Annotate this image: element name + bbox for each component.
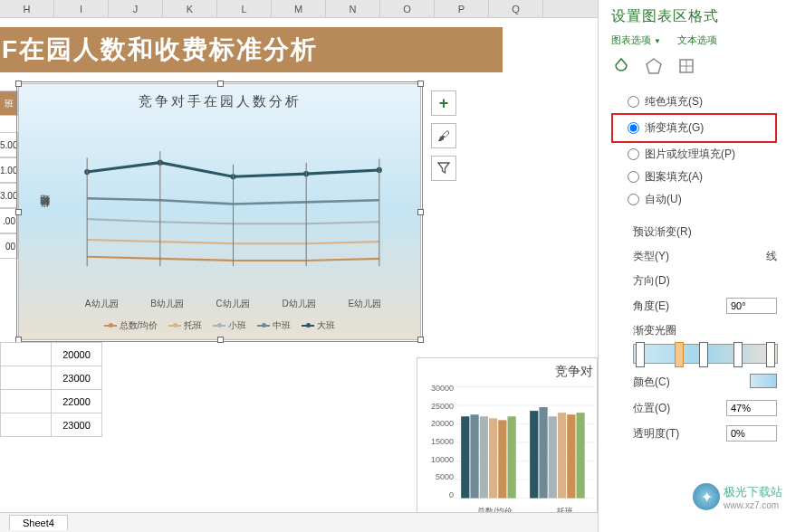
chart-legend[interactable]: 总数/均价 托班 小班 中班 大班 (19, 319, 420, 332)
left-cell: 00 (0, 233, 18, 259)
col-n[interactable]: N (326, 0, 380, 17)
chart-plot-area[interactable] (69, 125, 398, 285)
gradient-stop[interactable] (733, 342, 743, 367)
resize-handle[interactable] (417, 337, 424, 343)
sheet-tab[interactable]: Sheet4 (9, 515, 68, 530)
svg-rect-28 (576, 413, 584, 498)
svg-rect-24 (539, 407, 547, 499)
gradient-color-field[interactable]: 颜色(C) (611, 369, 777, 395)
left-partial-table: 班 5.00 1.00 3.00 .00 00 (0, 90, 18, 259)
col-i[interactable]: I (54, 0, 109, 17)
left-cell: 3.00 (0, 183, 18, 208)
pane-tab-icons (611, 56, 777, 76)
x-axis-labels: A幼儿园 B幼儿园 C幼儿园 D幼儿园 E幼儿园 (69, 298, 398, 310)
col-p[interactable]: P (435, 0, 489, 17)
gradient-stops-slider[interactable] (633, 344, 778, 364)
mini-bar-chart[interactable]: 竞争对 300002500020000150001000050000 总数/均价… (417, 357, 598, 520)
gradient-stops-label: 渐变光圈 (611, 318, 777, 338)
gradient-stop[interactable] (699, 342, 708, 367)
svg-rect-20 (489, 418, 497, 498)
size-properties-icon[interactable] (676, 56, 696, 76)
legend-item[interactable]: 大班 (302, 319, 335, 332)
bottom-table[interactable]: 20000 23000 22000 23000 (0, 342, 102, 437)
fill-line-icon[interactable] (611, 56, 631, 76)
svg-rect-19 (480, 416, 488, 498)
svg-rect-22 (507, 416, 515, 498)
type-value: 线 (766, 249, 777, 264)
resize-handle[interactable] (15, 81, 22, 87)
legend-item[interactable]: 托班 (168, 319, 202, 332)
fill-solid-radio[interactable]: 纯色填充(S) (611, 90, 777, 113)
x-tick: A幼儿园 (85, 298, 119, 310)
fill-gradient-highlight: 渐变填充(G) (611, 113, 777, 143)
effects-icon[interactable] (644, 56, 664, 76)
chart-filter-button[interactable] (431, 156, 456, 181)
main-chart[interactable]: 竞争对手在园人数分析 坐标轴标题 A幼儿园 B幼儿园 C幼儿园 D幼儿园 E幼儿… (18, 83, 421, 340)
col-j[interactable]: J (109, 0, 163, 17)
gradient-position-field: 位置(O) (611, 395, 777, 421)
legend-item[interactable]: 中班 (257, 319, 291, 332)
watermark: ✦ 极光下载站 www.xz7.com (693, 483, 782, 510)
left-cell: 1.00 (0, 157, 18, 183)
bar-chart-svg (455, 385, 595, 499)
svg-rect-27 (567, 414, 575, 498)
resize-handle[interactable] (417, 81, 424, 87)
table-cell[interactable]: 23000 (52, 413, 102, 437)
chart-side-buttons: + 🖌 (431, 90, 456, 181)
watermark-url: www.xz7.com (724, 500, 782, 510)
svg-rect-18 (470, 414, 478, 498)
resize-handle[interactable] (217, 81, 224, 87)
fill-auto-radio[interactable]: 自动(U) (611, 188, 777, 211)
gradient-direction-field[interactable]: 方向(D) (611, 269, 777, 293)
gradient-angle-field: 角度(E) (611, 293, 777, 318)
angle-input[interactable] (726, 298, 777, 314)
line-chart-svg (69, 125, 398, 285)
gradient-stop[interactable] (766, 342, 775, 367)
preset-gradient-field[interactable]: 预设渐变(R) (611, 220, 777, 244)
legend-item[interactable]: 小班 (213, 319, 246, 332)
transparency-input[interactable] (726, 425, 777, 442)
svg-rect-25 (549, 416, 557, 498)
svg-marker-29 (647, 59, 661, 73)
gradient-type-field[interactable]: 类型(Y) 线 (611, 244, 777, 269)
fill-gradient-radio[interactable]: 渐变填充(G) (628, 117, 773, 139)
col-l[interactable]: L (217, 0, 272, 17)
plus-icon: + (439, 94, 449, 113)
pane-title: 设置图表区格式 (611, 7, 777, 26)
chart-options-link[interactable]: 图表选项 ▼ (611, 33, 661, 47)
x-tick: B幼儿园 (150, 298, 184, 310)
table-cell[interactable]: 23000 (52, 366, 102, 390)
text-options-link[interactable]: 文本选项 (677, 33, 717, 47)
svg-rect-21 (498, 420, 506, 498)
legend-item[interactable]: 总数/均价 (104, 319, 158, 332)
svg-rect-17 (461, 416, 469, 498)
y-axis-label[interactable]: 坐标轴标题 (38, 212, 52, 216)
resize-handle[interactable] (417, 209, 424, 215)
x-tick: E幼儿园 (348, 298, 381, 310)
chevron-down-icon: ▼ (654, 37, 661, 45)
color-swatch[interactable] (750, 374, 777, 388)
resize-handle[interactable] (217, 337, 224, 343)
resize-handle[interactable] (15, 209, 22, 215)
col-o[interactable]: O (380, 0, 435, 17)
mini-chart-title: 竞争对 (417, 358, 597, 385)
watermark-logo-icon: ✦ (693, 483, 720, 510)
col-q[interactable]: Q (489, 0, 543, 17)
chart-styles-button[interactable]: 🖌 (431, 123, 456, 148)
gradient-stop[interactable] (675, 342, 684, 367)
fill-picture-radio[interactable]: 图片或纹理填充(P) (611, 143, 777, 166)
watermark-text: 极光下载站 (724, 485, 782, 499)
chart-elements-button[interactable]: + (431, 90, 456, 116)
col-k[interactable]: K (163, 0, 217, 17)
left-cell: 5.00 (0, 132, 18, 157)
svg-rect-26 (558, 413, 566, 498)
fill-pattern-radio[interactable]: 图案填充(A) (611, 166, 777, 188)
chart-title[interactable]: 竞争对手在园人数分析 (19, 84, 420, 119)
position-input[interactable] (726, 400, 777, 416)
pane-subtitle: 图表选项 ▼ 文本选项 (611, 33, 777, 47)
col-h[interactable]: H (0, 0, 54, 17)
table-cell[interactable]: 20000 (52, 343, 102, 366)
table-cell[interactable]: 22000 (52, 390, 102, 413)
col-m[interactable]: M (272, 0, 326, 17)
gradient-stop[interactable] (636, 342, 645, 367)
